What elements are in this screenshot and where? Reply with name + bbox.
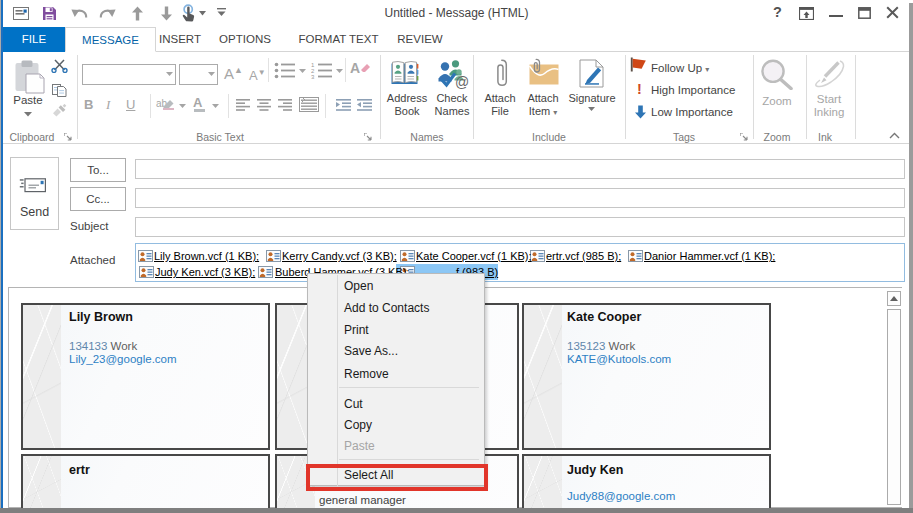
svg-text:@: @: [455, 74, 469, 90]
svg-text:3: 3: [311, 74, 315, 79]
